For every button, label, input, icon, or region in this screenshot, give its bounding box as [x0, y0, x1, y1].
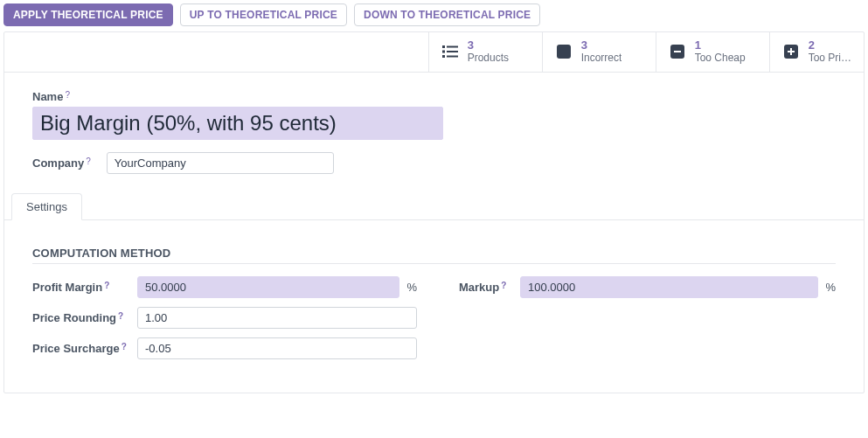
- svg-rect-0: [442, 45, 445, 48]
- company-input[interactable]: [107, 152, 334, 174]
- plus-square-icon: [782, 43, 800, 60]
- tab-settings[interactable]: Settings: [11, 193, 82, 220]
- price-rounding-input[interactable]: [137, 307, 417, 329]
- price-surcharge-input[interactable]: [137, 337, 417, 359]
- minus-square-icon: [669, 43, 686, 60]
- markup-label: Markup: [459, 281, 499, 294]
- name-input[interactable]: [32, 107, 443, 140]
- stat-too-cheap[interactable]: 1 Too Cheap: [656, 32, 769, 72]
- price-surcharge-label: Price Surcharge: [32, 342, 120, 355]
- name-help-icon[interactable]: ?: [65, 90, 70, 100]
- svg-rect-5: [447, 56, 458, 58]
- stat-too-cheap-count: 1: [695, 39, 746, 52]
- stat-too-pricy-label: Too Pri…: [809, 52, 851, 65]
- company-help-icon[interactable]: ?: [86, 156, 91, 166]
- svg-rect-8: [674, 51, 681, 52]
- stat-products-count: 3: [468, 39, 509, 52]
- price-rounding-label: Price Rounding: [32, 311, 116, 324]
- svg-rect-1: [447, 46, 458, 48]
- profit-margin-input[interactable]: [137, 276, 399, 298]
- down-to-theoretical-price-button[interactable]: DOWN TO THEORETICAL PRICE: [354, 3, 540, 26]
- markup-input[interactable]: [520, 276, 818, 298]
- profit-margin-help-icon[interactable]: ?: [104, 281, 109, 290]
- markup-unit: %: [825, 281, 836, 294]
- stat-products-label: Products: [468, 52, 509, 65]
- section-divider: [32, 263, 836, 264]
- square-icon: [555, 43, 573, 60]
- stat-bar: 3 Products 3 Incorrect 1 Too Cheap: [4, 32, 864, 73]
- name-label: Name: [32, 90, 63, 103]
- svg-rect-3: [447, 51, 458, 52]
- markup-help-icon[interactable]: ?: [501, 281, 506, 290]
- stat-too-pricy-count: 2: [809, 39, 851, 52]
- profit-margin-label: Profit Margin: [32, 281, 102, 294]
- stat-products[interactable]: 3 Products: [428, 32, 542, 72]
- stat-incorrect[interactable]: 3 Incorrect: [542, 32, 656, 72]
- stat-too-pricy[interactable]: 2 Too Pri…: [769, 32, 864, 72]
- stat-incorrect-label: Incorrect: [581, 52, 622, 65]
- stat-too-cheap-label: Too Cheap: [695, 52, 746, 65]
- svg-rect-6: [557, 45, 571, 59]
- svg-rect-4: [442, 55, 445, 58]
- svg-rect-11: [790, 48, 792, 55]
- profit-margin-unit: %: [406, 281, 417, 294]
- price-rounding-help-icon[interactable]: ?: [118, 311, 123, 321]
- svg-rect-2: [442, 51, 445, 53]
- list-icon: [441, 43, 459, 60]
- section-computation-title: COMPUTATION METHOD: [32, 247, 836, 260]
- stat-incorrect-count: 3: [581, 39, 622, 52]
- apply-theoretical-price-button[interactable]: APPLY THEORETICAL PRICE: [3, 3, 173, 26]
- up-to-theoretical-price-button[interactable]: UP TO THEORETICAL PRICE: [180, 3, 347, 26]
- form-sheet: 3 Products 3 Incorrect 1 Too Cheap: [3, 31, 865, 393]
- company-label: Company: [32, 156, 84, 170]
- price-surcharge-help-icon[interactable]: ?: [122, 342, 127, 351]
